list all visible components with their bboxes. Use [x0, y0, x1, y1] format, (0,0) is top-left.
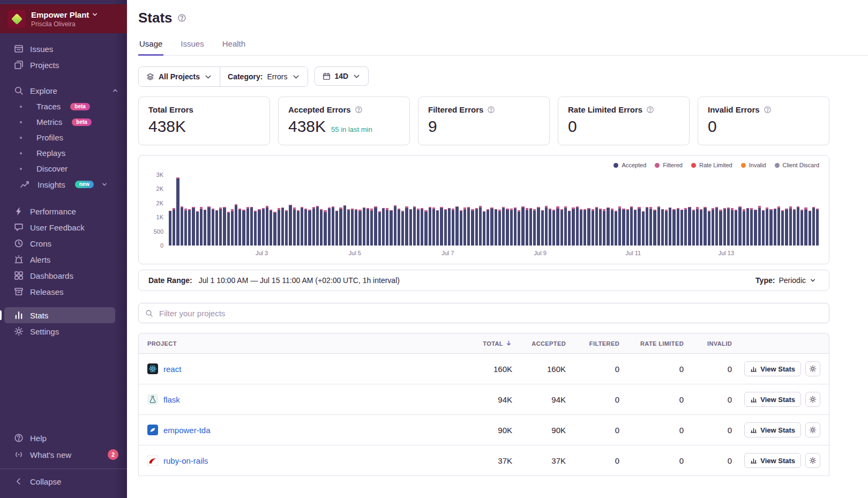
col-accepted[interactable]: ACCEPTED [512, 340, 566, 347]
chart-bar [800, 210, 803, 246]
sidebar-item-settings[interactable]: Settings [0, 323, 127, 339]
chart-bar [436, 210, 439, 246]
chart-bar [429, 207, 431, 246]
chart-plot-area: Jul 3Jul 5Jul 7Jul 9Jul 11Jul 13 [169, 175, 819, 259]
sidebar-item-issues[interactable]: Issues [0, 41, 127, 57]
date-range-value-label: 14D [335, 72, 349, 80]
category-filter-button[interactable]: Category: Errors [220, 67, 307, 86]
sidebar-item-traces[interactable]: Tracesbeta [0, 99, 127, 114]
x-tick: Jul 5 [349, 250, 361, 256]
project-settings-button[interactable] [805, 361, 820, 376]
help-circle-icon[interactable] [764, 106, 772, 114]
chart-bar [556, 206, 559, 246]
project-settings-button[interactable] [805, 392, 820, 407]
type-selector[interactable]: Type: Periodic [752, 276, 819, 285]
legend-invalid[interactable]: Invalid [741, 162, 766, 168]
sidebar-item-user-feedback[interactable]: User Feedback [0, 219, 127, 235]
view-stats-button[interactable]: View Stats [744, 422, 801, 437]
org-switcher[interactable]: Empower Plant Priscila Oliveira [0, 4, 127, 33]
stack-icon [146, 73, 154, 81]
col-project[interactable]: PROJECT [147, 340, 459, 347]
help-circle-icon[interactable] [487, 106, 495, 114]
sidebar-item-crons[interactable]: Crons [0, 235, 127, 251]
col-total[interactable]: TOTAL [459, 340, 512, 347]
chart-bar [607, 207, 609, 246]
project-settings-button[interactable] [805, 422, 820, 437]
card-value: 0 [568, 117, 577, 136]
view-stats-button[interactable]: View Stats [744, 392, 801, 407]
sidebar-item-replays[interactable]: Replays [0, 145, 127, 161]
project-link[interactable]: react [163, 365, 181, 374]
project-settings-button[interactable] [805, 453, 820, 468]
legend-accepted[interactable]: Accepted [613, 162, 646, 168]
sidebar-item-help[interactable]: Help [0, 430, 127, 446]
project-link[interactable]: ruby-on-rails [163, 456, 208, 465]
y-tick: 3K [156, 172, 163, 178]
sidebar-item-dashboards[interactable]: Dashboards [0, 267, 127, 284]
chart-bar [793, 209, 796, 246]
sidebar-item-performance[interactable]: Performance [0, 203, 127, 219]
sidebar-item-explore[interactable]: Explore [0, 83, 127, 99]
search-icon [145, 309, 153, 317]
search-input[interactable] [158, 308, 822, 318]
chart-legend: AcceptedFilteredRate LimitedInvalidClien… [148, 162, 819, 168]
sidebar-item-stats[interactable]: Stats [4, 307, 115, 323]
sidebar-item-releases[interactable]: Releases [0, 284, 127, 300]
score-cards: Total Errors438KAccepted Errors438K55 in… [138, 96, 829, 145]
tab-health[interactable]: Health [221, 39, 246, 56]
project-filter-button[interactable]: All Projects [139, 67, 220, 86]
tab-issues[interactable]: Issues [179, 39, 205, 56]
chart-bar [521, 206, 524, 246]
chart-bar [514, 207, 517, 246]
chart-bar [378, 211, 381, 246]
alerts-icon [14, 255, 24, 264]
chart-bar [181, 206, 183, 246]
sidebar-item-collapse[interactable]: Collapse [0, 469, 127, 493]
sidebar-item-projects[interactable]: Projects [0, 57, 127, 73]
chart-bar [212, 209, 214, 246]
legend-dot [691, 163, 696, 168]
chart-bar [176, 177, 179, 246]
sidebar-item-profiles[interactable]: Profiles [0, 130, 127, 145]
bullet-dot [20, 152, 22, 154]
sidebar-item-insights[interactable]: Insightsnew [0, 176, 127, 192]
chart-bar [409, 209, 412, 246]
card-title-label: Total Errors [148, 105, 193, 114]
view-stats-label: View Stats [760, 426, 795, 434]
chart-bar [215, 210, 218, 246]
legend-rate-limited[interactable]: Rate Limited [691, 162, 732, 168]
project-link[interactable]: flask [163, 395, 180, 404]
chart-bar [366, 208, 369, 246]
view-stats-button[interactable]: View Stats [744, 453, 801, 468]
project-link[interactable]: empower-tda [163, 426, 211, 435]
chart-bar [758, 206, 761, 246]
sidebar-item-label: Crons [30, 239, 51, 248]
legend-client-discard[interactable]: Client Discard [775, 162, 819, 168]
chart-bar [424, 210, 427, 246]
chart-bar [293, 207, 296, 246]
help-circle-icon[interactable] [646, 106, 654, 114]
page-title: Stats [138, 10, 173, 26]
view-stats-button[interactable]: View Stats [744, 361, 801, 376]
help-circle-icon[interactable] [355, 106, 363, 114]
col-filtered[interactable]: FILTERED [566, 340, 619, 347]
table-row: react160K160K000View Stats [139, 354, 829, 384]
chart-bar [592, 209, 594, 246]
chart-bar [448, 208, 451, 246]
date-range-button[interactable]: 14D [315, 66, 369, 86]
chart-bar [653, 210, 656, 246]
sidebar-item-discover[interactable]: Discover [0, 161, 127, 176]
org-diamond-logo [8, 10, 26, 28]
col-invalid[interactable]: INVALID [684, 340, 732, 347]
chart-bar [475, 208, 478, 246]
sidebar-item-label: User Feedback [30, 223, 85, 232]
sidebar-item-metrics[interactable]: Metricsbeta [0, 114, 127, 130]
sidebar-item-what-s-new[interactable]: What's new2 [0, 446, 127, 463]
tab-usage[interactable]: Usage [138, 39, 163, 56]
legend-filtered[interactable]: Filtered [655, 162, 683, 168]
chart-bar [289, 205, 291, 246]
col-rate-limited[interactable]: RATE LIMITED [619, 340, 684, 347]
sidebar-item-alerts[interactable]: Alerts [0, 251, 127, 267]
filtered-cell: 0 [566, 426, 619, 435]
help-circle-icon[interactable] [177, 13, 186, 23]
